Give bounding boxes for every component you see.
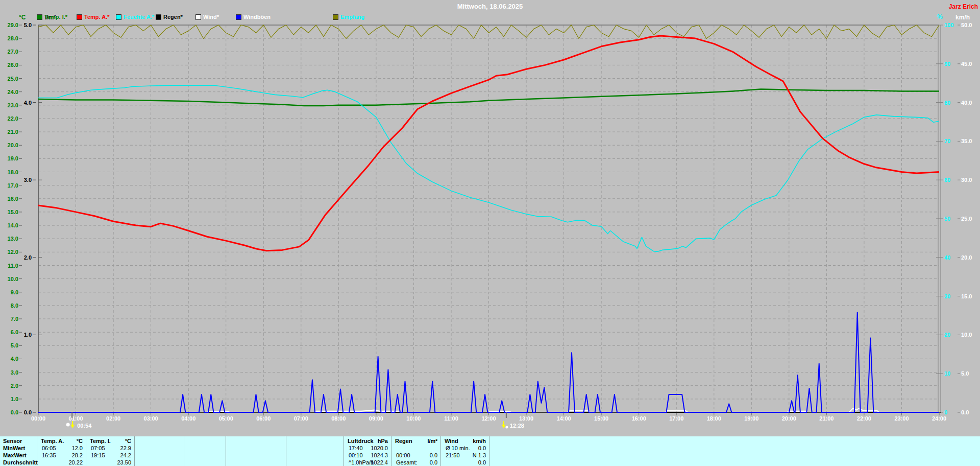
plot-border	[38, 25, 941, 412]
table-divider	[184, 436, 184, 466]
svg-text:23.0: 23.0	[8, 102, 18, 108]
svg-text:24.0: 24.0	[8, 89, 18, 95]
humidity-axis-right: 0102030405060708090100	[936, 22, 953, 415]
svg-text:23:00: 23:00	[894, 415, 909, 422]
table-cell-value: 0.0	[391, 459, 437, 466]
chart-canvas[interactable]: 0.01.02.03.04.05.06.07.08.09.010.011.012…	[0, 0, 980, 436]
svg-text:15.0: 15.0	[8, 209, 18, 215]
svg-text:11.0: 11.0	[8, 263, 18, 269]
svg-text:80: 80	[944, 100, 950, 106]
table-group-unit: hPa	[344, 437, 388, 445]
svg-text:03:00: 03:00	[144, 415, 158, 422]
table-cell-value: 0.0	[440, 445, 486, 452]
svg-text:14.0: 14.0	[8, 222, 18, 228]
table-divider	[286, 436, 286, 466]
svg-text:5.0: 5.0	[24, 22, 32, 28]
svg-text:90: 90	[944, 61, 950, 67]
svg-text:19:00: 19:00	[744, 415, 758, 422]
svg-text:14:00: 14:00	[557, 415, 571, 422]
svg-text:26.0: 26.0	[8, 62, 18, 68]
moon-icon	[66, 423, 70, 427]
svg-text:6.0: 6.0	[11, 329, 18, 335]
svg-text:18:00: 18:00	[707, 415, 721, 422]
svg-text:30: 30	[944, 293, 950, 299]
svg-text:40.0: 40.0	[961, 100, 972, 106]
svg-text:3.0: 3.0	[11, 369, 18, 376]
svg-text:4.0: 4.0	[11, 356, 18, 362]
svg-text:21.0: 21.0	[8, 129, 18, 135]
svg-text:50.0: 50.0	[961, 22, 972, 28]
svg-text:28.0: 28.0	[8, 35, 18, 41]
svg-text:20.0: 20.0	[961, 254, 972, 261]
svg-text:0.0: 0.0	[961, 409, 969, 415]
wind-axis-right: 0.05.010.015.020.025.030.035.040.045.050…	[958, 22, 972, 415]
svg-text:22:00: 22:00	[857, 415, 871, 422]
svg-text:25.0: 25.0	[8, 76, 18, 82]
svg-text:24:00: 24:00	[932, 415, 946, 422]
svg-text:16.0: 16.0	[8, 196, 18, 202]
svg-text:100: 100	[944, 22, 953, 28]
svg-text:3.0: 3.0	[24, 177, 32, 183]
table-cell-value: N 1.3	[440, 452, 486, 459]
svg-text:13.0: 13.0	[8, 236, 18, 242]
svg-text:29.0: 29.0	[8, 22, 18, 28]
moon-icon	[505, 426, 508, 429]
table-cell-value: 12.0	[37, 445, 83, 452]
table-cell-value: 0.0	[391, 452, 437, 459]
table-cell-value: 1024.3	[344, 452, 388, 459]
table-cell-value: 0.0	[440, 459, 486, 466]
svg-text:21:00: 21:00	[819, 415, 834, 422]
svg-text:70: 70	[944, 138, 950, 144]
svg-text:20:00: 20:00	[782, 415, 796, 422]
svg-text:15:00: 15:00	[594, 415, 608, 422]
svg-text:08:00: 08:00	[331, 415, 346, 422]
svg-text:07:00: 07:00	[294, 415, 308, 422]
svg-text:45.0: 45.0	[961, 61, 972, 67]
svg-text:09:00: 09:00	[369, 415, 383, 422]
svg-text:10: 10	[944, 370, 950, 377]
svg-text:00:00: 00:00	[31, 415, 45, 422]
summary-table: SensorMinWertMaxWertDurchschnittTemp. A.…	[0, 436, 980, 466]
svg-text:04:00: 04:00	[181, 415, 195, 422]
table-cell-value: 20.22	[37, 459, 83, 466]
svg-text:10.0: 10.0	[8, 276, 18, 282]
svg-text:5.0: 5.0	[961, 370, 969, 377]
svg-text:05:00: 05:00	[219, 415, 233, 422]
svg-text:10.0: 10.0	[961, 332, 972, 338]
rain-axis-left: 0.01.02.03.04.05.0	[24, 22, 42, 415]
svg-text:06:00: 06:00	[256, 415, 271, 422]
table-divider	[226, 436, 226, 466]
svg-text:25.0: 25.0	[961, 216, 972, 222]
table-cell-value: 22.9	[86, 445, 131, 452]
svg-text:27.0: 27.0	[8, 49, 18, 55]
table-group-unit: °C	[37, 437, 83, 445]
table-group-unit: l/m²	[391, 437, 437, 445]
svg-text:20: 20	[944, 332, 950, 338]
svg-text:01:00: 01:00	[68, 415, 83, 422]
svg-text:17:00: 17:00	[669, 415, 683, 422]
svg-text:18.0: 18.0	[8, 169, 18, 175]
table-cell-value: 1020.0	[344, 445, 388, 452]
svg-text:0: 0	[944, 409, 947, 415]
table-cell-value: 1022.4	[344, 459, 388, 466]
svg-text:60: 60	[944, 177, 950, 183]
svg-text:10:00: 10:00	[406, 415, 421, 422]
weather-station-window: Mittwoch, 18.06.2025 Jarz Erich °C l/m² …	[0, 0, 980, 466]
table-row-label: MinWert	[3, 445, 25, 452]
svg-text:12:28: 12:28	[510, 423, 524, 429]
svg-text:11:00: 11:00	[444, 415, 458, 422]
svg-text:30.0: 30.0	[961, 177, 972, 183]
svg-text:2.0: 2.0	[24, 254, 32, 261]
svg-text:17.0: 17.0	[8, 182, 18, 189]
svg-text:02:00: 02:00	[106, 415, 120, 422]
gridlines	[38, 25, 939, 412]
svg-text:13:00: 13:00	[519, 415, 533, 422]
table-divider	[134, 436, 135, 466]
table-cell-value: 24.2	[86, 452, 131, 459]
svg-text:2.0: 2.0	[11, 383, 18, 389]
svg-text:35.0: 35.0	[961, 138, 972, 144]
table-divider	[489, 436, 489, 466]
table-row-label: MaxWert	[3, 452, 27, 459]
svg-text:00:54: 00:54	[77, 423, 92, 429]
svg-text:1.0: 1.0	[11, 396, 18, 402]
